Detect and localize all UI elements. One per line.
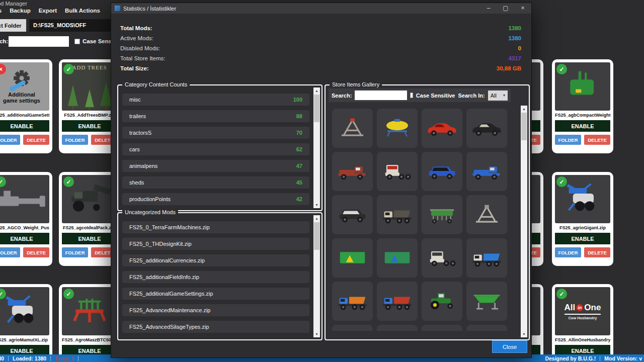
uncategorized-mod-row[interactable]: FS25_additionalGameSettings.zip <box>122 288 309 300</box>
category-row[interactable]: productionPoints42 <box>122 193 309 205</box>
store-item-tile[interactable] <box>332 238 373 278</box>
mod-thumbnail: ✓ <box>62 175 117 223</box>
mod-thumbnail: ✓ <box>555 62 610 111</box>
store-item-tile[interactable] <box>332 282 373 321</box>
select-folder-button[interactable]: Select Folder <box>0 19 26 32</box>
status-text: Loaded: 1380 <box>13 355 46 361</box>
store-item-tile[interactable] <box>466 195 507 234</box>
store-item-tile[interactable] <box>332 152 373 191</box>
logo-text: All <box>565 303 576 313</box>
dialog-titlebar[interactable]: Statistics / İstatistikler – ▢ × <box>111 3 531 14</box>
scroll-up-icon[interactable]: ▲ <box>313 88 320 94</box>
category-row[interactable]: misc100 <box>122 94 309 106</box>
search-in-value: All <box>491 93 497 99</box>
folder-path-field[interactable]: D:\FS25_MODS\OFF <box>29 19 114 32</box>
scrollbar-thumb[interactable] <box>521 113 527 140</box>
store-item-tile[interactable] <box>332 325 373 331</box>
store-item-tile[interactable] <box>332 109 373 148</box>
dump-icon <box>469 241 504 275</box>
store-item-tile[interactable] <box>466 109 507 148</box>
delete-button[interactable]: DELETE <box>23 135 49 145</box>
enable-button[interactable]: ENABLE <box>62 233 117 244</box>
store-item-tile[interactable] <box>466 152 507 191</box>
mod-filename: FS25_agrioMamutXL.zip <box>0 337 49 343</box>
minimize-icon[interactable]: – <box>480 3 497 14</box>
store-item-tile[interactable] <box>332 195 373 234</box>
delete-button[interactable]: DELETE <box>584 247 610 257</box>
store-item-tile[interactable] <box>422 238 462 278</box>
folder-button[interactable]: FOLDER <box>62 135 88 145</box>
menu-item-bulk-actions[interactable]: Bulk Actions <box>65 8 100 14</box>
menu-item-backup[interactable]: Backup <box>10 8 31 14</box>
scroll-down-icon[interactable]: ▼ <box>313 331 320 337</box>
menu-item-export[interactable]: Export <box>39 8 57 14</box>
folder-button[interactable]: FOLDER <box>0 135 20 145</box>
logo-subtitle: Cow Husbandry <box>568 316 597 320</box>
store-item-tile[interactable] <box>377 195 418 234</box>
delete-button[interactable]: DELETE <box>23 247 49 257</box>
uncategorized-mod-row[interactable]: FS25_AdvancedMaintenance.zip <box>122 304 309 316</box>
uncategorized-mod-row[interactable]: FS25_additionalCurrencies.zip <box>122 254 309 266</box>
store-item-tile[interactable] <box>377 325 418 331</box>
close-icon[interactable]: × <box>514 3 531 14</box>
scroll-down-icon[interactable]: ▼ <box>313 202 320 208</box>
folder-button[interactable]: FOLDER <box>555 135 581 145</box>
implement-thumbnail <box>0 175 49 223</box>
enable-button[interactable]: ENABLE <box>62 120 117 132</box>
mod-filename: FS25_0_TerraFarmMachines.zip <box>129 224 210 230</box>
store-item-tile[interactable] <box>422 325 462 331</box>
store-item-tile[interactable] <box>377 109 418 148</box>
case-sensitive-checkbox[interactable] <box>74 39 80 44</box>
category-row[interactable]: sheds45 <box>122 176 309 189</box>
gallery-search-input[interactable] <box>355 90 407 100</box>
uncategorized-mod-row[interactable]: FS25_0_THDesignKit.zip <box>122 238 309 250</box>
sprayer-thumbnail <box>0 287 49 335</box>
uncategorized-mod-row[interactable]: FS25_additionalFieldInfo.zip <box>122 271 309 283</box>
enable-button[interactable]: ENABLE <box>0 233 49 244</box>
uncategorized-mod-row[interactable]: FS25_AdvancedSilageTypes.zip <box>122 321 309 333</box>
category-row[interactable]: animalpens47 <box>122 160 309 172</box>
uncategorized-mod-row[interactable]: FS25_0_TerraFarmMachines.zip <box>122 221 309 233</box>
scroll-up-icon[interactable]: ▲ <box>313 216 320 221</box>
enable-button[interactable]: ENABLE <box>0 120 49 132</box>
gallery-scrollbar[interactable]: ▲ ▼ <box>521 106 527 337</box>
uncategorized-group-legend: Uncategorized Mods <box>122 209 178 215</box>
scrollbar-thumb[interactable] <box>314 95 319 122</box>
tank-icon <box>380 112 415 145</box>
container-icon <box>380 241 415 275</box>
enable-button[interactable]: ENABLE <box>555 120 610 132</box>
store-item-tile[interactable] <box>377 152 418 191</box>
folder-button[interactable]: FOLDER <box>555 247 581 257</box>
category-row[interactable]: cars62 <box>122 143 309 155</box>
search-in-dropdown[interactable]: All ▾ <box>488 90 508 101</box>
category-scrollbar[interactable]: ▲ ▼ <box>313 87 320 208</box>
enable-button[interactable]: ENABLE <box>555 233 610 244</box>
menu-item-statistics[interactable]: Statistics <box>0 8 2 14</box>
category-row[interactable]: tractorsS70 <box>122 127 309 139</box>
folder-button[interactable]: FOLDER <box>62 247 88 257</box>
scroll-up-icon[interactable]: ▲ <box>521 106 527 112</box>
close-button[interactable]: Close <box>492 340 527 353</box>
category-row[interactable]: trailers88 <box>122 110 309 122</box>
store-item-tile[interactable] <box>377 238 418 278</box>
category-name: tractorsS <box>129 130 151 136</box>
store-item-tile[interactable] <box>466 238 507 278</box>
store-item-tile[interactable] <box>422 109 462 148</box>
store-item-tile[interactable] <box>466 325 507 331</box>
folder-button[interactable]: FOLDER <box>0 247 20 257</box>
store-item-tile[interactable] <box>377 282 418 321</box>
delete-button[interactable]: DELETE <box>584 135 610 145</box>
scrollbar-thumb[interactable] <box>314 222 319 250</box>
scroll-down-icon[interactable]: ▼ <box>521 331 527 337</box>
store-item-tile[interactable] <box>466 282 507 321</box>
uncategorized-scrollbar[interactable]: ▲ ▼ <box>313 215 320 337</box>
hopper-icon <box>469 285 504 318</box>
search-input[interactable] <box>9 36 69 47</box>
store-item-tile[interactable] <box>422 195 462 234</box>
mod-filename: FS25_AllinOneHusbandry.... <box>555 337 610 343</box>
store-item-tile[interactable] <box>422 152 462 191</box>
store-item-tile[interactable] <box>422 282 462 321</box>
maximize-icon[interactable]: ▢ <box>497 3 514 14</box>
gallery-case-sensitive-checkbox[interactable] <box>410 93 413 98</box>
mod-card: AllinOneCow Husbandry✓FS25_AllinOneHusba… <box>552 284 613 362</box>
